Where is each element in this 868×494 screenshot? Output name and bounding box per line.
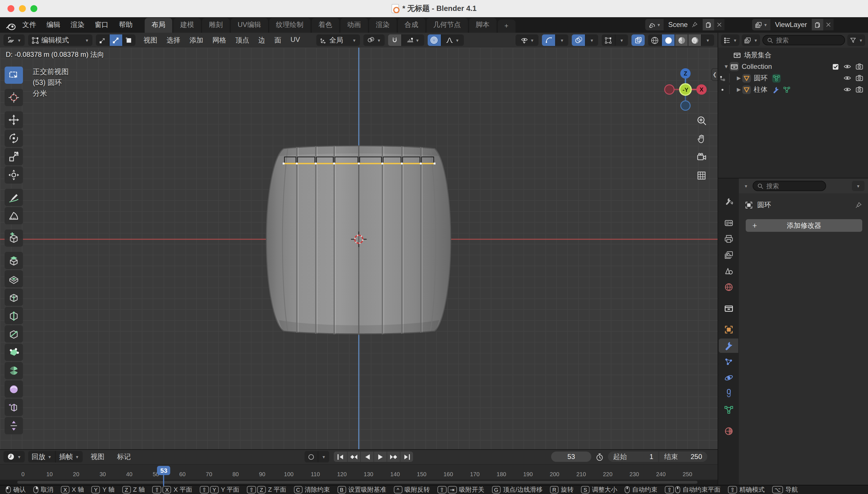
main-menu-2[interactable]: 渲染 bbox=[66, 18, 90, 32]
rendered-shading-button[interactable] bbox=[688, 34, 701, 46]
tool-rotate[interactable] bbox=[5, 130, 23, 147]
tool-shrink-fatten[interactable] bbox=[5, 417, 23, 434]
gizmo-neg-z-ball[interactable] bbox=[681, 101, 690, 111]
properties-tab-modifiers[interactable] bbox=[719, 339, 738, 353]
outliner-row-场景集合[interactable]: 场景集合 bbox=[718, 49, 868, 61]
hide-eye-icon[interactable] bbox=[843, 75, 851, 81]
outliner-editor-type-button[interactable]: ▼ bbox=[721, 34, 739, 46]
solid-shading-button[interactable] bbox=[661, 34, 675, 46]
properties-tab-output[interactable] bbox=[719, 232, 738, 246]
properties-search-input[interactable]: 搜索 bbox=[753, 181, 826, 191]
tool-measure[interactable] bbox=[5, 207, 23, 224]
expand-caret[interactable]: ▶ bbox=[735, 75, 742, 81]
tool-edge-slide[interactable] bbox=[5, 399, 23, 416]
material-preview-button[interactable] bbox=[675, 34, 688, 46]
editor-type-button[interactable]: ▼ bbox=[3, 34, 25, 46]
mesh-edit-overlays-button[interactable] bbox=[602, 34, 615, 46]
workspace-tab-2[interactable]: 雕刻 bbox=[202, 18, 229, 33]
gizmo-neg-x-ball[interactable] bbox=[665, 85, 674, 94]
next-keyframe-button[interactable] bbox=[387, 452, 400, 462]
viewlayer-new-button[interactable] bbox=[812, 19, 823, 31]
workspace-tab-3[interactable]: UV编辑 bbox=[231, 18, 268, 33]
outliner-filter-dropdown[interactable]: ▼ bbox=[847, 34, 865, 46]
close-window-button[interactable] bbox=[7, 5, 14, 12]
wireframe-shading-button[interactable] bbox=[648, 34, 661, 46]
blender-logo-icon[interactable] bbox=[6, 22, 16, 31]
collapse-caret[interactable]: ▼ bbox=[723, 64, 730, 70]
scene-new-button[interactable] bbox=[703, 19, 714, 31]
stopwatch-icon[interactable] bbox=[595, 453, 604, 461]
scene-unlink-button[interactable] bbox=[714, 19, 724, 31]
tool-inset-faces[interactable] bbox=[5, 270, 23, 287]
viewport-menu-1[interactable]: 选择 bbox=[162, 35, 185, 45]
keying-set-dropdown[interactable]: ▼ bbox=[318, 451, 329, 463]
playhead-badge[interactable]: 53 bbox=[157, 466, 170, 475]
main-menu-1[interactable]: 编辑 bbox=[41, 18, 66, 32]
play-reverse-button[interactable] bbox=[360, 452, 373, 462]
tool-add-cube[interactable] bbox=[5, 229, 23, 247]
properties-tab-material[interactable] bbox=[719, 424, 738, 438]
outliner-row-Collection[interactable]: ▼ Collection bbox=[718, 61, 868, 72]
tool-poly-build[interactable] bbox=[5, 344, 23, 361]
outliner-search-input[interactable]: 搜索 bbox=[762, 35, 845, 45]
workspace-tab-8[interactable]: 合成 bbox=[398, 18, 425, 33]
viewlayer-remove-button[interactable] bbox=[823, 19, 834, 31]
properties-tab-collection[interactable] bbox=[719, 301, 738, 316]
tool-spin[interactable] bbox=[5, 362, 23, 379]
timeline-ruler[interactable]: 53 0102030405060708090100110120130140150… bbox=[0, 464, 718, 480]
face-select-button[interactable] bbox=[122, 34, 135, 46]
prev-keyframe-button[interactable] bbox=[347, 452, 360, 462]
main-menu-4[interactable]: 帮助 bbox=[114, 18, 138, 32]
viewport-menu-3[interactable]: 网格 bbox=[208, 35, 231, 45]
mesh-object-barrel[interactable] bbox=[261, 142, 459, 340]
add-workspace-button[interactable]: + bbox=[497, 19, 515, 33]
shading-settings-dropdown[interactable]: ▼ bbox=[701, 34, 714, 46]
proportional-edit-toggle[interactable] bbox=[427, 34, 441, 46]
keying-menu[interactable]: 插帧 ▼ bbox=[55, 451, 83, 463]
main-menu-0[interactable]: 文件 bbox=[17, 18, 41, 32]
exclude-checkbox[interactable] bbox=[832, 63, 839, 70]
current-frame-field[interactable]: 53 bbox=[551, 452, 591, 462]
tool-transform[interactable] bbox=[5, 166, 23, 184]
play-button[interactable] bbox=[373, 452, 387, 462]
sidebar-collapse-arrow[interactable]: ❮ bbox=[711, 68, 718, 81]
transform-orientation-dropdown[interactable]: 全局 ▼ bbox=[316, 34, 359, 46]
timeline-scrollbar[interactable] bbox=[17, 481, 698, 484]
timeline-marker-menu[interactable]: 标记 bbox=[112, 452, 135, 462]
jump-to-end-button[interactable] bbox=[400, 452, 413, 462]
outliner-row-柱体[interactable]: ▶ 柱体 bbox=[718, 84, 868, 95]
tool-knife[interactable] bbox=[5, 325, 23, 343]
viewport-menu-6[interactable]: 面 bbox=[270, 35, 286, 45]
minimize-window-button[interactable] bbox=[19, 5, 26, 12]
workspace-tab-9[interactable]: 几何节点 bbox=[426, 18, 467, 33]
camera-view-button[interactable] bbox=[695, 151, 708, 164]
workspace-tab-7[interactable]: 渲染 bbox=[369, 18, 396, 33]
viewport-menu-5[interactable]: 边 bbox=[254, 35, 270, 45]
scene-name-field[interactable]: Scene bbox=[664, 19, 703, 31]
viewport-menu-0[interactable]: 视图 bbox=[139, 35, 162, 45]
viewport-menu-2[interactable]: 添加 bbox=[185, 35, 208, 45]
navigation-gizmo[interactable]: X Z -Y bbox=[663, 62, 708, 116]
toggle-xray-button[interactable] bbox=[631, 34, 645, 46]
timeline-editor-type-button[interactable]: ▼ bbox=[3, 451, 25, 463]
workspace-tab-0[interactable]: 布局 bbox=[145, 18, 172, 33]
tool-annotate[interactable] bbox=[5, 189, 23, 206]
viewlayer-name-field[interactable]: ViewLayer bbox=[771, 19, 812, 31]
properties-tab-object[interactable] bbox=[719, 322, 738, 337]
breadcrumb-object-name[interactable]: 圆环 bbox=[757, 200, 771, 210]
outliner-row-圆环[interactable]: ▶ 圆环 bbox=[718, 72, 868, 84]
viewport-menu-7[interactable]: UV bbox=[286, 35, 304, 45]
pivot-point-dropdown[interactable]: ▼ bbox=[363, 34, 384, 46]
tool-move[interactable] bbox=[5, 111, 23, 129]
pin-icon[interactable] bbox=[855, 202, 862, 209]
properties-tab-object-data[interactable] bbox=[719, 403, 738, 417]
properties-tab-scene[interactable] bbox=[719, 264, 738, 278]
tool-extrude-region[interactable] bbox=[5, 252, 23, 269]
tool-loop-cut[interactable] bbox=[5, 307, 23, 324]
selectability-visibility-dropdown[interactable]: ▼ bbox=[516, 34, 538, 46]
toggle-ortho-button[interactable] bbox=[695, 169, 708, 182]
frame-start-field[interactable]: 起始 1 bbox=[608, 452, 659, 462]
main-menu-3[interactable]: 窗口 bbox=[90, 18, 114, 32]
show-overlays-toggle[interactable] bbox=[572, 34, 585, 46]
auto-keying-toggle[interactable] bbox=[304, 451, 318, 463]
